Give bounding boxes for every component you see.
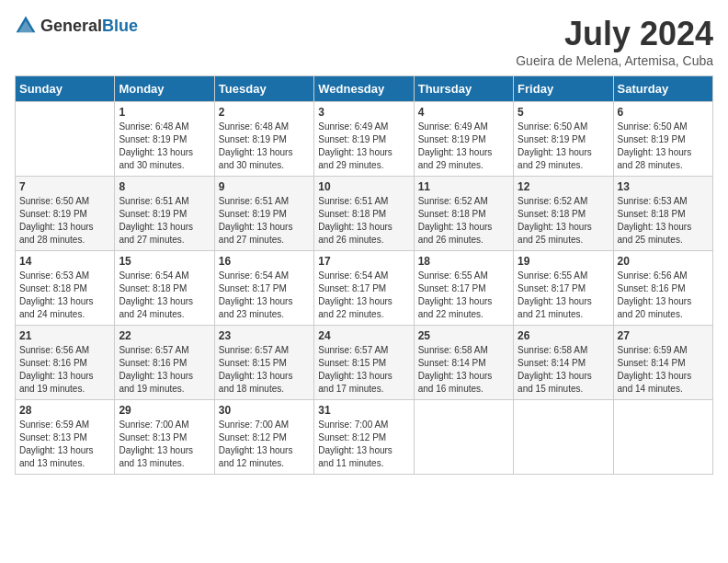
day-number: 24 — [318, 329, 409, 342]
day-number: 13 — [618, 180, 709, 193]
calendar-day-cell: 10Sunrise: 6:51 AMSunset: 8:18 PMDayligh… — [314, 177, 414, 251]
logo-icon — [15, 15, 37, 37]
calendar-day-cell: 14Sunrise: 6:53 AMSunset: 8:18 PMDayligh… — [16, 251, 115, 326]
day-info: Sunrise: 6:51 AMSunset: 8:19 PMDaylight:… — [219, 195, 310, 247]
calendar-day-cell — [514, 400, 613, 475]
day-number: 9 — [219, 180, 310, 193]
day-number: 2 — [219, 106, 310, 119]
calendar-day-cell: 26Sunrise: 6:58 AMSunset: 8:14 PMDayligh… — [514, 326, 613, 400]
day-info: Sunrise: 7:00 AMSunset: 8:12 PMDaylight:… — [318, 419, 409, 470]
day-info: Sunrise: 6:49 AMSunset: 8:19 PMDaylight:… — [318, 121, 409, 172]
day-info: Sunrise: 6:48 AMSunset: 8:19 PMDaylight:… — [119, 121, 210, 172]
day-info: Sunrise: 6:57 AMSunset: 8:15 PMDaylight:… — [219, 344, 310, 396]
calendar-day-cell: 24Sunrise: 6:57 AMSunset: 8:15 PMDayligh… — [314, 326, 414, 400]
day-number: 3 — [318, 106, 409, 119]
page-header: GeneralBlue July 2024 Gueira de Melena, … — [15, 15, 713, 68]
day-info: Sunrise: 6:51 AMSunset: 8:19 PMDaylight:… — [119, 195, 210, 247]
calendar-day-cell: 2Sunrise: 6:48 AMSunset: 8:19 PMDaylight… — [214, 102, 313, 177]
day-number: 27 — [618, 329, 709, 342]
day-number: 1 — [119, 106, 210, 119]
weekday-header: Tuesday — [214, 76, 313, 102]
calendar-day-cell: 15Sunrise: 6:54 AMSunset: 8:18 PMDayligh… — [115, 251, 214, 326]
logo: GeneralBlue — [15, 15, 138, 37]
day-number: 18 — [418, 255, 509, 268]
calendar-day-cell: 18Sunrise: 6:55 AMSunset: 8:17 PMDayligh… — [414, 251, 513, 326]
calendar-day-cell — [613, 400, 712, 475]
day-number: 21 — [19, 329, 110, 342]
day-info: Sunrise: 6:54 AMSunset: 8:17 PMDaylight:… — [219, 270, 310, 321]
day-number: 23 — [219, 329, 310, 342]
day-info: Sunrise: 6:50 AMSunset: 8:19 PMDaylight:… — [518, 121, 609, 172]
day-number: 31 — [318, 404, 409, 417]
day-info: Sunrise: 6:53 AMSunset: 8:18 PMDaylight:… — [19, 270, 110, 321]
calendar-day-cell: 27Sunrise: 6:59 AMSunset: 8:14 PMDayligh… — [613, 326, 712, 400]
calendar-day-cell — [414, 400, 513, 475]
day-number: 8 — [119, 180, 210, 193]
calendar-day-cell: 28Sunrise: 6:59 AMSunset: 8:13 PMDayligh… — [16, 400, 115, 475]
calendar-day-cell: 16Sunrise: 6:54 AMSunset: 8:17 PMDayligh… — [214, 251, 313, 326]
day-info: Sunrise: 6:58 AMSunset: 8:14 PMDaylight:… — [418, 344, 509, 396]
day-info: Sunrise: 6:52 AMSunset: 8:18 PMDaylight:… — [418, 195, 509, 247]
day-number: 10 — [318, 180, 409, 193]
day-number: 29 — [119, 404, 210, 417]
day-info: Sunrise: 6:59 AMSunset: 8:13 PMDaylight:… — [19, 419, 110, 470]
calendar-day-cell: 19Sunrise: 6:55 AMSunset: 8:17 PMDayligh… — [514, 251, 613, 326]
day-info: Sunrise: 6:54 AMSunset: 8:17 PMDaylight:… — [318, 270, 409, 321]
calendar-day-cell: 1Sunrise: 6:48 AMSunset: 8:19 PMDaylight… — [115, 102, 214, 177]
calendar-day-cell: 29Sunrise: 7:00 AMSunset: 8:13 PMDayligh… — [115, 400, 214, 475]
day-info: Sunrise: 6:57 AMSunset: 8:16 PMDaylight:… — [119, 344, 210, 396]
day-info: Sunrise: 6:49 AMSunset: 8:19 PMDaylight:… — [418, 121, 509, 172]
month-title: July 2024 — [516, 15, 713, 53]
day-info: Sunrise: 6:51 AMSunset: 8:18 PMDaylight:… — [318, 195, 409, 247]
day-number: 7 — [19, 180, 110, 193]
logo-general: General — [40, 17, 102, 35]
title-block: July 2024 Gueira de Melena, Artemisa, Cu… — [516, 15, 713, 68]
day-number: 14 — [19, 255, 110, 268]
calendar-day-cell: 31Sunrise: 7:00 AMSunset: 8:12 PMDayligh… — [314, 400, 414, 475]
day-info: Sunrise: 6:55 AMSunset: 8:17 PMDaylight:… — [518, 270, 609, 321]
day-number: 28 — [19, 404, 110, 417]
day-number: 11 — [418, 180, 509, 193]
calendar-day-cell: 17Sunrise: 6:54 AMSunset: 8:17 PMDayligh… — [314, 251, 414, 326]
day-info: Sunrise: 6:57 AMSunset: 8:15 PMDaylight:… — [318, 344, 409, 396]
day-info: Sunrise: 6:53 AMSunset: 8:18 PMDaylight:… — [618, 195, 709, 247]
day-number: 20 — [618, 255, 709, 268]
location-title: Gueira de Melena, Artemisa, Cuba — [516, 53, 713, 68]
day-number: 12 — [518, 180, 609, 193]
day-number: 19 — [518, 255, 609, 268]
calendar-day-cell: 5Sunrise: 6:50 AMSunset: 8:19 PMDaylight… — [514, 102, 613, 177]
calendar-week-row: 28Sunrise: 6:59 AMSunset: 8:13 PMDayligh… — [16, 400, 713, 475]
weekday-header: Monday — [115, 76, 214, 102]
weekday-header: Sunday — [16, 76, 115, 102]
day-info: Sunrise: 6:50 AMSunset: 8:19 PMDaylight:… — [618, 121, 709, 172]
calendar-week-row: 1Sunrise: 6:48 AMSunset: 8:19 PMDaylight… — [16, 102, 713, 177]
calendar-week-row: 7Sunrise: 6:50 AMSunset: 8:19 PMDaylight… — [16, 177, 713, 251]
weekday-header: Friday — [514, 76, 613, 102]
day-number: 17 — [318, 255, 409, 268]
day-info: Sunrise: 6:59 AMSunset: 8:14 PMDaylight:… — [618, 344, 709, 396]
calendar-week-row: 21Sunrise: 6:56 AMSunset: 8:16 PMDayligh… — [16, 326, 713, 400]
day-info: Sunrise: 6:55 AMSunset: 8:17 PMDaylight:… — [418, 270, 509, 321]
calendar-day-cell — [16, 102, 115, 177]
day-number: 30 — [219, 404, 310, 417]
logo-text: GeneralBlue — [40, 17, 138, 36]
day-info: Sunrise: 6:56 AMSunset: 8:16 PMDaylight:… — [19, 344, 110, 396]
day-info: Sunrise: 6:52 AMSunset: 8:18 PMDaylight:… — [518, 195, 609, 247]
calendar-day-cell: 13Sunrise: 6:53 AMSunset: 8:18 PMDayligh… — [613, 177, 712, 251]
day-number: 15 — [119, 255, 210, 268]
day-info: Sunrise: 6:50 AMSunset: 8:19 PMDaylight:… — [19, 195, 110, 247]
day-number: 25 — [418, 329, 509, 342]
day-info: Sunrise: 6:58 AMSunset: 8:14 PMDaylight:… — [518, 344, 609, 396]
weekday-header: Thursday — [414, 76, 513, 102]
day-info: Sunrise: 7:00 AMSunset: 8:12 PMDaylight:… — [219, 419, 310, 470]
day-number: 22 — [119, 329, 210, 342]
calendar-day-cell: 30Sunrise: 7:00 AMSunset: 8:12 PMDayligh… — [214, 400, 313, 475]
calendar-day-cell: 11Sunrise: 6:52 AMSunset: 8:18 PMDayligh… — [414, 177, 513, 251]
day-info: Sunrise: 6:56 AMSunset: 8:16 PMDaylight:… — [618, 270, 709, 321]
day-number: 16 — [219, 255, 310, 268]
day-info: Sunrise: 6:48 AMSunset: 8:19 PMDaylight:… — [219, 121, 310, 172]
calendar-day-cell: 22Sunrise: 6:57 AMSunset: 8:16 PMDayligh… — [115, 326, 214, 400]
day-number: 6 — [618, 106, 709, 119]
calendar-table: SundayMondayTuesdayWednesdayThursdayFrid… — [15, 75, 713, 475]
day-number: 26 — [518, 329, 609, 342]
